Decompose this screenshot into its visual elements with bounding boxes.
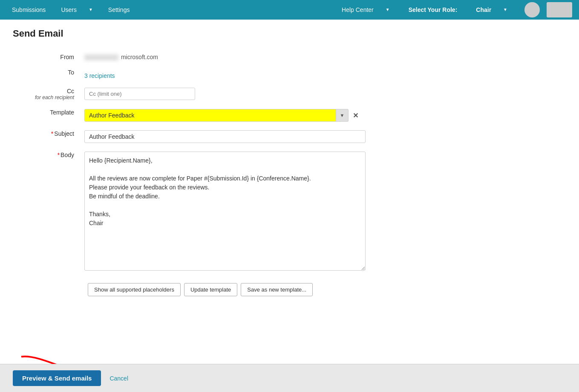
cc-row: Cc for each recipient [13, 83, 413, 105]
nav-settings[interactable]: Settings [103, 0, 135, 20]
template-wrapper: Author Feedback ▼ ✕ [84, 109, 410, 122]
template-select-wrapper: Author Feedback ▼ [84, 109, 349, 122]
to-label: To [13, 65, 81, 83]
help-caret-icon: ▼ [380, 0, 395, 20]
from-blurred [84, 54, 118, 60]
template-label: Template [13, 105, 81, 126]
users-caret-icon: ▼ [84, 0, 98, 20]
page-content: Send Email From microsoft.com To 3 recip… [0, 20, 426, 305]
nav-submissions[interactable]: Submissions [7, 0, 51, 20]
nav-select-role-label: Select Your Role: [403, 0, 463, 20]
body-textarea[interactable]: Hello {Recipient.Name}, All the reviews … [84, 152, 366, 271]
nav-chair-dropdown[interactable]: Chair ▼ [466, 0, 518, 20]
cc-input[interactable] [84, 88, 195, 100]
body-row: *Body Hello {Recipient.Name}, All the re… [13, 147, 413, 276]
body-required-star: * [58, 152, 60, 158]
cc-sub-label: for each recipient [16, 94, 74, 100]
nav-help-center[interactable]: Help Center ▼ [331, 0, 400, 20]
page-title: Send Email [13, 28, 413, 39]
recipients-link[interactable]: 3 recipients [84, 69, 115, 79]
to-row: To 3 recipients [13, 65, 413, 83]
chair-caret-icon: ▼ [498, 0, 513, 20]
template-select[interactable]: Author Feedback [84, 109, 349, 122]
template-chevron-icon[interactable]: ▼ [336, 109, 349, 122]
nav-user-name [547, 2, 572, 17]
from-label: From [13, 49, 81, 65]
nav-bar: Submissions Users ▼ Settings Help Center… [0, 0, 579, 20]
show-placeholders-button[interactable]: Show all supported placeholders [88, 283, 181, 296]
update-template-button[interactable]: Update template [184, 283, 237, 296]
cc-label: Cc for each recipient [13, 83, 81, 105]
email-form: From microsoft.com To 3 recipients Cc fo… [13, 49, 413, 276]
from-value: microsoft.com [84, 50, 158, 60]
nav-users[interactable]: Users ▼ [51, 0, 103, 20]
subject-input[interactable] [84, 130, 366, 143]
template-clear-button[interactable]: ✕ [351, 112, 360, 120]
subject-row: *Subject [13, 126, 413, 147]
nav-avatar [524, 2, 540, 17]
body-label: *Body [13, 147, 81, 276]
action-buttons-row: Show all supported placeholders Update t… [88, 283, 413, 296]
subject-required-star: * [51, 130, 53, 137]
save-new-template-button[interactable]: Save as new template... [241, 283, 313, 296]
template-row: Template Author Feedback ▼ ✕ [13, 105, 413, 126]
from-row: From microsoft.com [13, 49, 413, 65]
subject-label: *Subject [13, 126, 81, 147]
